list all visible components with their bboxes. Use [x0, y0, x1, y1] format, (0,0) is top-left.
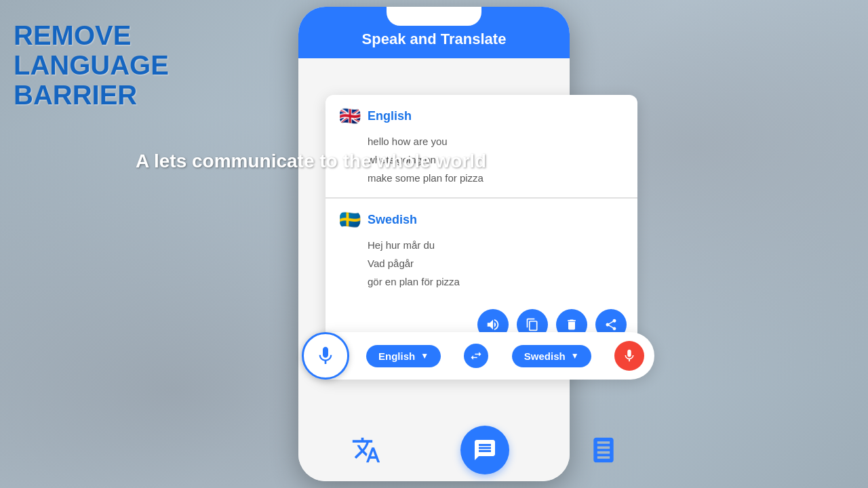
se-flag: 🇸🇪	[339, 209, 361, 230]
source-lang-chevron: ▼	[420, 351, 429, 361]
headline-sub: A lets communicate to the whole world	[136, 149, 486, 174]
target-lang-chevron: ▼	[571, 351, 579, 361]
translation-card: 🇬🇧 English hello how are you whats going…	[326, 95, 637, 348]
target-lang-button[interactable]: Swedish ▼	[512, 345, 591, 367]
phone-notch	[387, 7, 481, 26]
english-section: 🇬🇧 English hello how are you whats going…	[326, 95, 637, 199]
headline-main: REMOVE LANGUAGE BARRIER	[14, 20, 231, 110]
swedish-header: 🇸🇪 Swedish	[339, 209, 624, 230]
bottom-toolbar: English ▼ Swedish ▼	[309, 332, 654, 380]
swedish-section: 🇸🇪 Swedish Hej hur mår du Vad pågår gör …	[326, 199, 637, 301]
english-header: 🇬🇧 English	[339, 105, 624, 127]
bottom-nav	[312, 426, 658, 474]
lang-selector: English ▼ Swedish ▼	[319, 341, 644, 371]
mic-red-button[interactable]	[614, 341, 644, 371]
mic-large-button[interactable]	[302, 332, 349, 380]
translate-nav-icon[interactable]	[351, 435, 381, 465]
swedish-label: Swedish	[368, 213, 417, 227]
book-nav-icon[interactable]	[589, 435, 618, 465]
english-label: English	[368, 109, 412, 123]
uk-flag: 🇬🇧	[339, 105, 361, 127]
chat-nav-icon[interactable]	[460, 426, 509, 474]
swedish-text: Hej hur mår du Vad pågår gör en plan för…	[339, 236, 624, 291]
swap-button[interactable]	[464, 344, 488, 368]
source-lang-button[interactable]: English ▼	[366, 345, 441, 367]
app-title: Speak and Translate	[312, 30, 556, 48]
